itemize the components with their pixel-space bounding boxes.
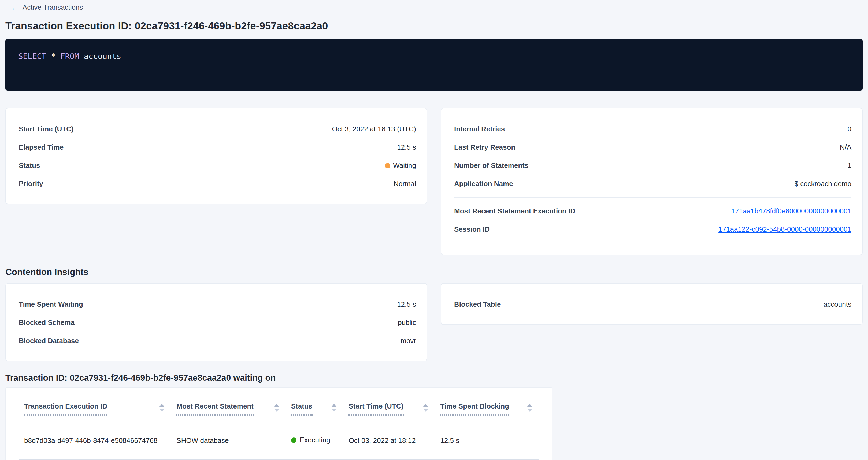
sql-statement: SELECT * FROM accounts bbox=[18, 52, 850, 60]
contention-row-blocked-database: Blocked Database movr bbox=[19, 332, 416, 350]
waiting-on-table: Transaction Execution ID Most Recent Sta… bbox=[5, 387, 552, 460]
sort-icon[interactable] bbox=[527, 403, 532, 411]
sql-keyword-from: FROM bbox=[60, 52, 79, 60]
row-label: Status bbox=[19, 161, 40, 170]
column-header-label: Time Spent Blocking bbox=[440, 401, 509, 416]
sql-statement-box: SELECT * FROM accounts bbox=[5, 39, 863, 90]
back-link-label: Active Transactions bbox=[23, 3, 83, 11]
sql-star: * bbox=[51, 52, 56, 60]
row-value: 0 bbox=[848, 125, 851, 133]
card-divider bbox=[454, 197, 851, 197]
column-header-time-spent-blocking[interactable]: Time Spent Blocking bbox=[435, 401, 539, 416]
sort-icon[interactable] bbox=[159, 403, 164, 411]
status-waiting-dot-icon bbox=[385, 163, 390, 168]
row-value: $ cockroach demo bbox=[795, 180, 851, 188]
summary-row-elapsed-time: Elapsed Time 12.5 s bbox=[19, 138, 416, 156]
page-title: Transaction Execution ID: 02ca7931-f246-… bbox=[5, 20, 863, 32]
summary-row-priority: Priority Normal bbox=[19, 175, 416, 193]
summary-row-session-id: Session ID 171aa122-c092-54b8-0000-00000… bbox=[454, 220, 851, 238]
cell-transaction-execution-id: b8d7d03a-d497-446b-8474-e50846674768 bbox=[19, 436, 171, 444]
row-label: Internal Retries bbox=[454, 125, 505, 133]
cell-most-recent-statement: SHOW database bbox=[171, 436, 285, 444]
column-header-start-time[interactable]: Start Time (UTC) bbox=[343, 401, 435, 416]
row-value: movr bbox=[401, 337, 416, 345]
cell-start-time: Oct 03, 2022 at 18:12 bbox=[343, 436, 435, 444]
summary-row-last-retry-reason: Last Retry Reason N/A bbox=[454, 138, 851, 156]
waiting-on-heading: Transaction ID: 02ca7931-f246-469b-b2fe-… bbox=[5, 373, 863, 382]
row-label: Blocked Database bbox=[19, 337, 79, 345]
row-label: Last Retry Reason bbox=[454, 143, 515, 151]
column-header-label: Most Recent Statement bbox=[176, 401, 254, 416]
session-id-link[interactable]: 171aa122-c092-54b8-0000-000000000001 bbox=[718, 225, 851, 233]
column-header-label: Start Time (UTC) bbox=[349, 401, 404, 416]
contention-row-blocked-schema: Blocked Schema public bbox=[19, 313, 416, 332]
status-badge: Executing bbox=[291, 436, 330, 444]
status-text: Waiting bbox=[393, 161, 416, 170]
statement-execution-id-link[interactable]: 171aa1b478fdf0e80000000000000001 bbox=[731, 207, 851, 215]
sort-icon[interactable] bbox=[332, 403, 337, 411]
summary-row-application-name: Application Name $ cockroach demo bbox=[454, 175, 851, 193]
status-badge: Waiting bbox=[385, 161, 416, 170]
summary-cards-row: Start Time (UTC) Oct 3, 2022 at 18:13 (U… bbox=[5, 108, 863, 255]
row-value: public bbox=[398, 318, 416, 327]
contention-row-blocked-table: Blocked Table accounts bbox=[454, 295, 851, 313]
contention-insights-heading: Contention Insights bbox=[5, 267, 863, 277]
sort-icon[interactable] bbox=[423, 403, 428, 411]
row-value: 12.5 s bbox=[397, 300, 416, 308]
summary-row-statement-execution-id: Most Recent Statement Execution ID 171aa… bbox=[454, 202, 851, 220]
row-value: accounts bbox=[824, 300, 851, 308]
summary-row-start-time: Start Time (UTC) Oct 3, 2022 at 18:13 (U… bbox=[19, 120, 416, 138]
sql-table-name: accounts bbox=[84, 52, 121, 60]
sort-icon[interactable] bbox=[274, 403, 279, 411]
summary-row-status: Status Waiting bbox=[19, 156, 416, 175]
contention-card-left: Time Spent Waiting 12.5 s Blocked Schema… bbox=[5, 283, 427, 361]
row-label: Blocked Table bbox=[454, 300, 501, 308]
summary-card-right: Internal Retries 0 Last Retry Reason N/A… bbox=[441, 108, 863, 255]
row-label: Start Time (UTC) bbox=[19, 125, 74, 133]
cell-time-spent-blocking: 12.5 s bbox=[435, 436, 539, 444]
status-text: Executing bbox=[300, 436, 330, 444]
column-header-label: Transaction Execution ID bbox=[24, 401, 107, 416]
row-value: 12.5 s bbox=[397, 143, 416, 151]
row-value: Oct 3, 2022 at 18:13 (UTC) bbox=[332, 125, 416, 133]
contention-card-right: Blocked Table accounts bbox=[441, 283, 863, 325]
summary-row-number-of-statements: Number of Statements 1 bbox=[454, 156, 851, 175]
row-label: Most Recent Statement Execution ID bbox=[454, 207, 575, 215]
contention-cards-row: Time Spent Waiting 12.5 s Blocked Schema… bbox=[5, 283, 863, 361]
row-label: Number of Statements bbox=[454, 161, 528, 170]
table-row: b8d7d03a-d497-446b-8474-e50846674768 SHO… bbox=[6, 421, 552, 459]
summary-card-left: Start Time (UTC) Oct 3, 2022 at 18:13 (U… bbox=[5, 108, 427, 204]
row-label: Application Name bbox=[454, 180, 513, 188]
column-header-status[interactable]: Status bbox=[286, 401, 343, 416]
row-label: Time Spent Waiting bbox=[19, 300, 83, 308]
row-label: Session ID bbox=[454, 225, 490, 233]
summary-row-internal-retries: Internal Retries 0 bbox=[454, 120, 851, 138]
back-arrow-icon: ← bbox=[11, 3, 18, 11]
back-link-active-transactions[interactable]: ← Active Transactions bbox=[11, 3, 83, 11]
row-value: Normal bbox=[394, 180, 416, 188]
row-value: N/A bbox=[840, 143, 851, 151]
status-executing-dot-icon bbox=[291, 437, 297, 443]
column-header-label: Status bbox=[291, 401, 312, 416]
table-header-row: Transaction Execution ID Most Recent Sta… bbox=[6, 387, 552, 416]
row-label: Elapsed Time bbox=[19, 143, 64, 151]
column-header-transaction-execution-id[interactable]: Transaction Execution ID bbox=[19, 401, 171, 416]
contention-row-time-spent-waiting: Time Spent Waiting 12.5 s bbox=[19, 295, 416, 313]
sql-keyword-select: SELECT bbox=[18, 52, 46, 60]
table-row-divider bbox=[19, 459, 539, 460]
transaction-details-page: ← Active Transactions Transaction Execut… bbox=[0, 0, 868, 460]
column-header-most-recent-statement[interactable]: Most Recent Statement bbox=[171, 401, 285, 416]
cell-status: Executing bbox=[286, 436, 343, 444]
row-label: Priority bbox=[19, 180, 43, 188]
row-value: 1 bbox=[848, 161, 851, 170]
row-label: Blocked Schema bbox=[19, 318, 74, 327]
